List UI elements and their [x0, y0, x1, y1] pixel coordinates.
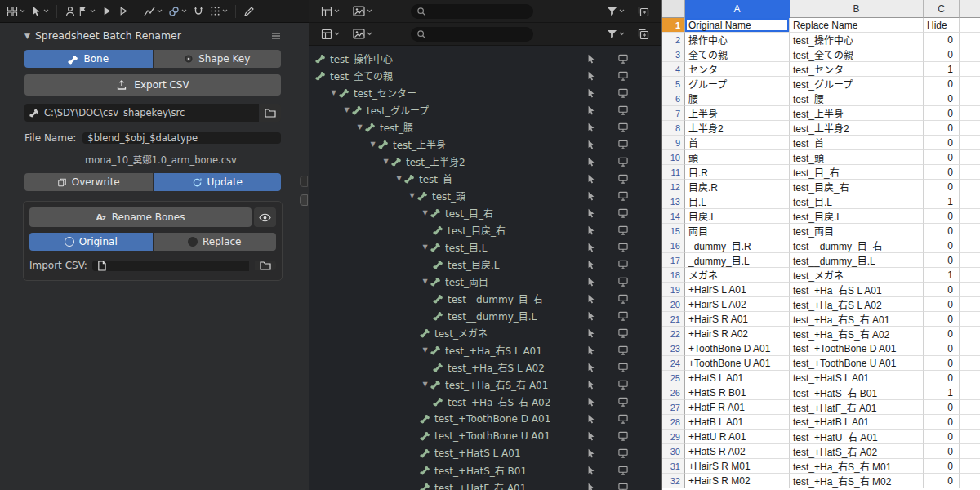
- cell-original-name[interactable]: 全ての親: [685, 47, 790, 62]
- cell-hide[interactable]: 1: [924, 268, 960, 283]
- row-number[interactable]: 7: [662, 106, 685, 121]
- cell-extra[interactable]: [960, 283, 980, 297]
- expand-caret-icon[interactable]: ▼: [381, 158, 391, 165]
- cell-replace-name[interactable]: test_+Ha_右S_右 A02: [790, 327, 924, 341]
- cell-original-name[interactable]: +HairS R A02: [685, 327, 790, 341]
- new-collection-button[interactable]: [635, 26, 652, 42]
- sidebar-tab[interactable]: [300, 194, 308, 206]
- sidebar-tab[interactable]: [301, 67, 308, 77]
- cell-original-name[interactable]: _dummy_目.R: [685, 238, 790, 253]
- cell-extra[interactable]: [960, 106, 980, 121]
- cell-replace-name[interactable]: test_首: [790, 136, 924, 150]
- viewport-visibility-icon[interactable]: [617, 328, 629, 338]
- cell-hide[interactable]: 0: [924, 77, 960, 91]
- tree-row[interactable]: ▼ test_グループ: [309, 101, 662, 118]
- selectable-cursor-icon[interactable]: [586, 122, 596, 132]
- row-number[interactable]: 19: [662, 283, 685, 297]
- viewport-visibility-icon[interactable]: [617, 311, 629, 321]
- cell-extra[interactable]: [960, 459, 980, 474]
- search-input[interactable]: [430, 5, 528, 17]
- cell-original-name[interactable]: 目戻.R: [685, 180, 790, 194]
- cell-original-name[interactable]: _dummy_目.L: [685, 253, 790, 268]
- row-number[interactable]: 30: [662, 444, 685, 459]
- column-header-a[interactable]: A: [685, 0, 790, 18]
- cell-replace-name[interactable]: Replace Name: [790, 18, 924, 33]
- cell-original-name[interactable]: センター: [685, 62, 790, 77]
- column-header-c[interactable]: C: [924, 0, 960, 18]
- selectable-cursor-icon[interactable]: [586, 483, 596, 490]
- row-number[interactable]: 18: [662, 268, 685, 283]
- row-number[interactable]: 13: [662, 194, 685, 209]
- selectable-cursor-icon[interactable]: [586, 345, 596, 355]
- cell-hide[interactable]: Hide: [924, 18, 960, 33]
- cell-extra[interactable]: [960, 356, 980, 371]
- row-number[interactable]: 1: [662, 18, 685, 33]
- selectable-cursor-icon[interactable]: [586, 448, 596, 458]
- tree-row[interactable]: ▼ test_上半身2: [309, 153, 662, 170]
- cell-hide[interactable]: 0: [924, 106, 960, 121]
- row-number[interactable]: 20: [662, 297, 685, 312]
- bone-toggle-button[interactable]: Bone: [24, 50, 153, 68]
- cell-replace-name[interactable]: test_+HatS_右 A02: [790, 444, 924, 459]
- tree-row[interactable]: ▼ test_+Ha_右S L A01: [309, 341, 662, 359]
- cell-extra[interactable]: [960, 47, 980, 62]
- cell-original-name[interactable]: Original Name: [685, 18, 790, 33]
- expand-caret-icon[interactable]: ▼: [341, 106, 352, 114]
- cell-original-name[interactable]: 首: [685, 136, 790, 150]
- cell-extra[interactable]: [960, 33, 980, 47]
- row-number[interactable]: 15: [662, 224, 685, 238]
- tree-row[interactable]: test_+ToothBone D A01: [309, 410, 662, 427]
- rename-bones-button[interactable]: Az Rename Bones: [29, 207, 252, 227]
- annotate-button[interactable]: [241, 3, 257, 20]
- panel-collapse-icon[interactable]: ▼: [24, 32, 30, 40]
- row-number[interactable]: 16: [662, 238, 685, 253]
- cell-extra[interactable]: [960, 194, 980, 209]
- row-number[interactable]: 25: [662, 371, 685, 385]
- cell-hide[interactable]: 0: [924, 415, 960, 430]
- viewport-visibility-icon[interactable]: [617, 294, 629, 304]
- new-collection-button[interactable]: [635, 3, 652, 20]
- cell-extra[interactable]: [960, 62, 980, 77]
- cell-extra[interactable]: [960, 91, 980, 106]
- selectable-cursor-icon[interactable]: [586, 414, 596, 424]
- cell-replace-name[interactable]: test_メガネ: [790, 268, 924, 283]
- cell-replace-name[interactable]: test_+HatS_右 B01: [790, 385, 924, 400]
- selectable-cursor-icon[interactable]: [586, 208, 596, 218]
- tree-row[interactable]: ▼ test_センター: [309, 84, 662, 101]
- import-browse-button[interactable]: [255, 261, 276, 270]
- cell-replace-name[interactable]: test_頭: [790, 150, 924, 165]
- cell-replace-name[interactable]: test_センター: [790, 62, 924, 77]
- selectable-cursor-icon[interactable]: [586, 54, 596, 64]
- cell-original-name[interactable]: グループ: [685, 77, 790, 91]
- cell-replace-name[interactable]: test_+HatB L A01: [790, 415, 924, 430]
- cell-original-name[interactable]: 目.R: [685, 165, 790, 180]
- cell-original-name[interactable]: 両目: [685, 224, 790, 238]
- export-path-field[interactable]: C:\SDY\DOC\csv_shapekey\src: [24, 104, 259, 122]
- viewport-visibility-icon[interactable]: [617, 260, 629, 270]
- row-number[interactable]: 21: [662, 312, 685, 327]
- magnet-button[interactable]: [190, 3, 207, 20]
- cell-replace-name[interactable]: test_+Ha_右S_右 A01: [790, 312, 924, 327]
- row-number[interactable]: 6: [662, 91, 685, 106]
- cell-original-name[interactable]: +HatS R B01: [685, 385, 790, 400]
- selectable-cursor-icon[interactable]: [586, 174, 596, 184]
- cell-hide[interactable]: 0: [924, 283, 960, 297]
- cell-original-name[interactable]: 腰: [685, 91, 790, 106]
- row-number[interactable]: 14: [662, 209, 685, 224]
- selectable-cursor-icon[interactable]: [586, 277, 596, 287]
- panel-options-icon[interactable]: [271, 32, 281, 40]
- tree-row[interactable]: test_+ToothBone U A01: [309, 427, 662, 444]
- search-input[interactable]: [430, 28, 528, 40]
- viewport-visibility-icon[interactable]: [617, 397, 629, 407]
- viewport-visibility-icon[interactable]: [617, 157, 629, 167]
- sidebar-tab[interactable]: [301, 118, 308, 128]
- panel-header[interactable]: ▼ Spreadsheet Batch Renamer: [24, 29, 281, 42]
- cell-extra[interactable]: [960, 371, 980, 385]
- viewport-visibility-icon[interactable]: [617, 88, 629, 98]
- cell-extra[interactable]: [960, 150, 980, 165]
- cell-replace-name[interactable]: test_+Ha_右S_右 M01: [790, 459, 924, 474]
- row-number[interactable]: 5: [662, 77, 685, 91]
- tool-dropdown-button[interactable]: [29, 3, 51, 19]
- column-header-extra[interactable]: [960, 0, 980, 18]
- viewport-visibility-icon[interactable]: [617, 71, 629, 81]
